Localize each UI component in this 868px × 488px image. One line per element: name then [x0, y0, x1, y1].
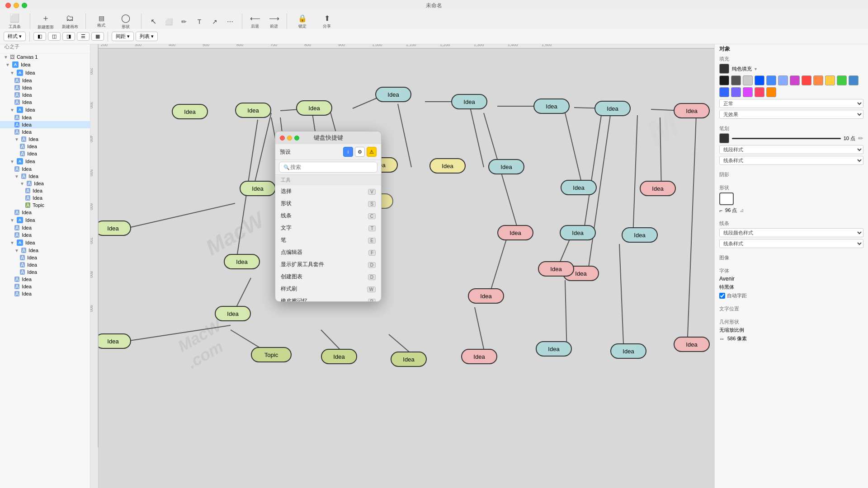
tree-item-8[interactable]: A Idea — [0, 121, 90, 128]
node-idea-1[interactable]: Idea — [172, 104, 208, 119]
node-idea-20[interactable]: Idea — [622, 227, 658, 243]
shortcut-pen[interactable]: 笔 E — [275, 234, 381, 246]
tree-item-21[interactable]: ▼ A Idea — [0, 216, 90, 224]
close-button[interactable] — [5, 3, 11, 8]
spacing-btn[interactable]: 间距 ▾ — [112, 32, 134, 41]
preset-info-btn[interactable]: i — [343, 147, 353, 157]
align-left-btn[interactable]: ◧ — [33, 32, 46, 41]
node-idea-18[interactable]: Idea — [560, 225, 596, 240]
shortcut-select[interactable]: 选择 V — [275, 185, 381, 197]
tree-item-30[interactable]: A Idea — [0, 283, 90, 290]
back-btn[interactable]: ⟵后退 — [247, 12, 263, 32]
node-topic-1[interactable]: Topic — [251, 347, 292, 362]
node-idea-21[interactable]: Idea — [640, 181, 676, 196]
tree-item-26[interactable]: A Idea — [0, 254, 90, 261]
dialog-close-btn[interactable] — [280, 136, 285, 141]
select-tool[interactable]: ↖ — [146, 12, 160, 32]
color-swatch-orange[interactable] — [813, 75, 823, 85]
node-idea-12[interactable]: Idea — [240, 181, 276, 196]
tree-item-4[interactable]: A Idea — [0, 91, 90, 99]
lock-btn[interactable]: 🔒锁定 — [292, 12, 313, 32]
tree-item-23[interactable]: A Idea — [0, 231, 90, 239]
shortcut-extend[interactable]: 显示扩展工具套件 D — [275, 258, 381, 271]
node-idea-28[interactable]: Idea — [95, 333, 131, 349]
preset-gear-btn[interactable]: ⚙ — [355, 147, 365, 157]
align-fill-btn[interactable]: ▦ — [91, 32, 104, 41]
maximize-button[interactable] — [22, 3, 27, 8]
canvas-area[interactable]: MacW M MacW.com — [90, 41, 714, 488]
more-tool[interactable]: ⋯ — [223, 12, 237, 32]
dialog-max-btn[interactable] — [294, 136, 299, 141]
tree-item-2[interactable]: A Idea — [0, 77, 90, 84]
color-swatch-m5[interactable] — [766, 87, 776, 97]
align-center-btn[interactable]: ◫ — [48, 32, 61, 41]
color-swatch-purple[interactable] — [790, 75, 800, 85]
shortcut-style-brush[interactable]: 样式刷 W — [275, 283, 381, 295]
font-auto-size-row[interactable]: 自动字距 — [719, 292, 863, 299]
shortcut-shape[interactable]: 形状 S — [275, 197, 381, 210]
node-idea-30[interactable]: Idea — [321, 349, 357, 364]
tree-item-0[interactable]: ▼ A Idea — [0, 61, 90, 69]
node-idea-17[interactable]: Idea — [561, 180, 597, 195]
effect-select[interactable]: 无效果 — [719, 110, 863, 119]
color-swatch-green[interactable] — [837, 75, 847, 85]
color-swatch-lblue[interactable] — [766, 75, 776, 85]
color-swatch-dgray[interactable] — [731, 75, 741, 85]
minimize-button[interactable] — [14, 3, 19, 8]
color-swatch-m1[interactable] — [719, 87, 729, 97]
align-right-btn[interactable]: ◨ — [62, 32, 75, 41]
shortcut-line[interactable]: 线条 C — [275, 210, 381, 222]
fill-color-preview[interactable] — [719, 64, 729, 74]
tree-item-31[interactable]: A Idea — [0, 290, 90, 297]
node-idea-35[interactable]: Idea — [674, 337, 710, 352]
stroke-style-select[interactable]: 线段样式 — [719, 145, 863, 154]
node-idea-25[interactable]: Idea — [538, 261, 574, 277]
text-tool[interactable]: T — [192, 12, 207, 32]
new-canvas-btn[interactable]: 🗂 新建画布 — [59, 12, 81, 32]
shortcut-point-editor[interactable]: 点编辑器 F — [275, 246, 381, 258]
tree-item-9[interactable]: A Idea — [0, 128, 90, 136]
shortcut-eraser[interactable]: 橡皮擦记忆 R — [275, 295, 381, 301]
stroke-color-preview[interactable] — [719, 133, 729, 143]
pen-tool[interactable]: ✏ — [177, 12, 191, 32]
color-swatch-lgray[interactable] — [743, 75, 753, 85]
tree-item-27[interactable]: A Idea — [0, 261, 90, 268]
node-idea-7[interactable]: Idea — [594, 101, 631, 116]
line-style-select[interactable]: 线段颜色样式 — [719, 228, 863, 237]
node-idea-22[interactable]: Idea — [224, 254, 260, 269]
node-idea-6[interactable]: Idea — [533, 99, 570, 114]
tree-item-16[interactable]: ▼ A Idea — [0, 180, 90, 187]
tree-item-7[interactable]: A Idea — [0, 114, 90, 121]
format-btn[interactable]: ▤ 格式 — [90, 12, 112, 32]
auto-size-checkbox[interactable] — [719, 293, 725, 299]
node-idea-24[interactable]: Idea — [468, 288, 504, 304]
toolbar-tool-btn[interactable]: ⬜ 工具条 — [4, 12, 25, 32]
node-idea-33[interactable]: Idea — [536, 341, 572, 357]
shape-btn[interactable]: ◯ 形状 — [115, 12, 137, 32]
node-idea-16[interactable]: Idea — [497, 225, 533, 240]
tree-item-15[interactable]: ▼ A Idea — [0, 173, 90, 180]
dialog-traffic-lights[interactable] — [280, 136, 299, 141]
node-idea-27[interactable]: Idea — [95, 221, 131, 236]
new-map-btn[interactable]: ＋ 新建图形 — [35, 12, 57, 32]
color-swatch-vblue[interactable] — [778, 75, 788, 85]
color-swatch-blue[interactable] — [755, 75, 764, 85]
tree-item-18[interactable]: A Idea — [0, 194, 90, 202]
tree-item-11[interactable]: A Idea — [0, 143, 90, 150]
tree-item-28[interactable]: A Idea — [0, 268, 90, 276]
tree-item-17[interactable]: A Idea — [0, 187, 90, 194]
color-swatch-yellow[interactable] — [825, 75, 835, 85]
tree-item-25[interactable]: ▼ A Idea — [0, 247, 90, 254]
style-btn[interactable]: 样式 ▾ — [4, 32, 26, 41]
preset-warn-btn[interactable]: ⚠ — [367, 147, 377, 157]
list-btn[interactable]: 列表 ▾ — [136, 32, 158, 41]
shortcut-search-input[interactable] — [279, 162, 377, 173]
node-idea-26[interactable]: Idea — [215, 306, 251, 321]
node-idea-11[interactable]: Idea — [488, 159, 524, 174]
node-idea-4[interactable]: Idea — [375, 87, 411, 102]
color-swatch-m4[interactable] — [755, 87, 764, 97]
tree-item-19[interactable]: A Topic — [0, 202, 90, 209]
color-swatch-black[interactable] — [719, 75, 729, 85]
tree-item-10[interactable]: ▼ A Idea — [0, 136, 90, 143]
tree-item-20[interactable]: A Idea — [0, 209, 90, 216]
